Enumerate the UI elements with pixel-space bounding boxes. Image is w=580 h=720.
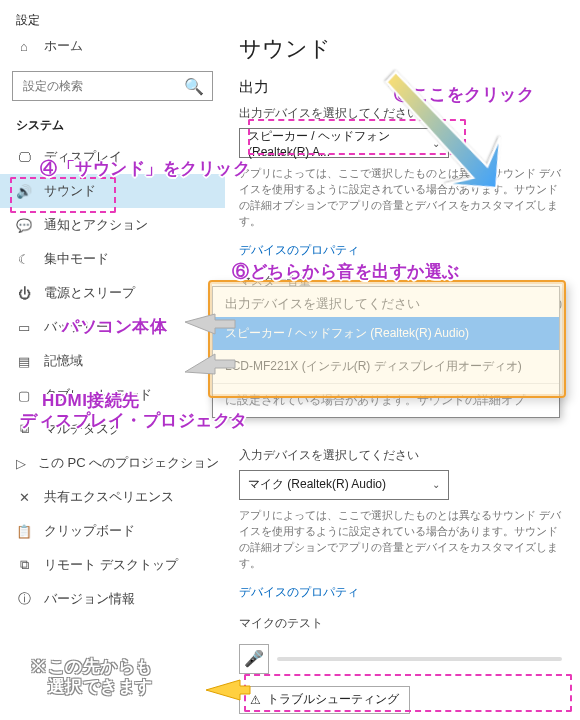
sidebar-item-about[interactable]: ⓘ バージョン情報 xyxy=(0,582,225,616)
warning-icon: ⚠ xyxy=(250,693,261,707)
mic-level-bar xyxy=(277,657,562,661)
search-settings[interactable]: 🔍 xyxy=(12,71,213,101)
info-icon: ⓘ xyxy=(16,590,32,608)
troubleshoot-button[interactable]: ⚠ トラブルシューティング xyxy=(239,686,410,714)
output-device-dropdown[interactable]: スピーカー / ヘッドフォン (Realtek(R) A... ⌄ xyxy=(239,128,449,158)
sound-icon: 🔊 xyxy=(16,184,32,199)
sidebar-item-remote-desktop[interactable]: ⧉ リモート デスクトップ xyxy=(0,548,225,582)
storage-icon: ▤ xyxy=(16,354,32,369)
chevron-down-icon: ⌄ xyxy=(432,138,440,149)
popup-item-display-audio[interactable]: LCD-MF221X (インテル(R) ディスプレイ用オーディオ) xyxy=(213,350,559,383)
sidebar-item-home[interactable]: ⌂ ホーム xyxy=(0,29,225,63)
input-device-dropdown[interactable]: マイク (Realtek(R) Audio) ⌄ xyxy=(239,470,449,500)
popup-hidden-desc: に設定されている場合があります。サウンドの詳細オプ xyxy=(213,383,559,417)
page-title: サウンド xyxy=(239,34,562,64)
display-icon: 🖵 xyxy=(16,150,32,165)
input-description: アプリによっては、ここで選択したものとは異なるサウンド デバイスを使用するように… xyxy=(239,508,562,572)
output-choose-label: 出力デバイスを選択してください xyxy=(239,105,562,122)
mic-icon: 🎤 xyxy=(244,649,264,668)
chevron-down-icon: ⌄ xyxy=(432,479,440,490)
sidebar-item-tablet-mode[interactable]: ▢ タブレット モード xyxy=(0,378,225,412)
output-description: アプリによっては、ここで選択したものとは異なるサウンド デバイスを使用するように… xyxy=(239,166,562,230)
output-device-selected: スピーカー / ヘッドフォン (Realtek(R) A... xyxy=(248,128,432,159)
sidebar-item-power[interactable]: ⏻ 電源とスリープ xyxy=(0,276,225,310)
moon-icon: ☾ xyxy=(16,252,32,267)
window-title: 設定 xyxy=(0,12,225,29)
popup-item-speaker[interactable]: スピーカー / ヘッドフォン (Realtek(R) Audio) xyxy=(213,317,559,350)
sidebar-item-shared-exp[interactable]: ✕ 共有エクスペリエンス xyxy=(0,480,225,514)
sidebar-item-sound[interactable]: 🔊 サウンド xyxy=(0,174,225,208)
share-icon: ✕ xyxy=(16,490,32,505)
sidebar-group-system: システム xyxy=(0,107,225,140)
input-choose-label: 入力デバイスを選択してください xyxy=(239,447,562,464)
output-device-popup: 出力デバイスを選択してください スピーカー / ヘッドフォン (Realtek(… xyxy=(212,286,560,418)
home-icon: ⌂ xyxy=(16,39,32,54)
sidebar-item-display[interactable]: 🖵 ディスプレイ xyxy=(0,140,225,174)
bell-icon: 💬 xyxy=(16,218,32,233)
output-device-properties-link[interactable]: デバイスのプロパティ xyxy=(239,242,359,259)
multitask-icon: ⧉ xyxy=(16,421,32,437)
remote-icon: ⧉ xyxy=(16,557,32,573)
sidebar-item-projection[interactable]: ▷ この PC へのプロジェクション xyxy=(0,446,225,480)
popup-label: 出力デバイスを選択してください xyxy=(213,287,559,317)
input-device-properties-link[interactable]: デバイスのプロパティ xyxy=(239,584,359,601)
sidebar-item-storage[interactable]: ▤ 記憶域 xyxy=(0,344,225,378)
mic-test-label: マイクのテスト xyxy=(239,615,562,632)
power-icon: ⏻ xyxy=(16,286,32,301)
tablet-icon: ▢ xyxy=(16,388,32,403)
sidebar-item-focus-assist[interactable]: ☾ 集中モード xyxy=(0,242,225,276)
sidebar-item-notifications[interactable]: 💬 通知とアクション xyxy=(0,208,225,242)
sidebar-item-multitask[interactable]: ⧉ マルチタスク xyxy=(0,412,225,446)
mic-test-button[interactable]: 🎤 xyxy=(239,644,269,674)
sidebar-item-clipboard[interactable]: 📋 クリップボード xyxy=(0,514,225,548)
sidebar-item-battery[interactable]: ▭ バッテリー xyxy=(0,310,225,344)
output-heading: 出力 xyxy=(239,78,562,97)
search-input[interactable] xyxy=(21,78,184,94)
project-icon: ▷ xyxy=(16,456,26,471)
input-device-selected: マイク (Realtek(R) Audio) xyxy=(248,476,386,493)
search-icon: 🔍 xyxy=(184,77,204,96)
battery-icon: ▭ xyxy=(16,320,32,335)
clipboard-icon: 📋 xyxy=(16,524,32,539)
home-label: ホーム xyxy=(44,37,83,55)
sidebar: 設定 ⌂ ホーム 🔍 システム 🖵 ディスプレイ 🔊 サウンド 💬 通知とアクシ… xyxy=(0,0,225,720)
